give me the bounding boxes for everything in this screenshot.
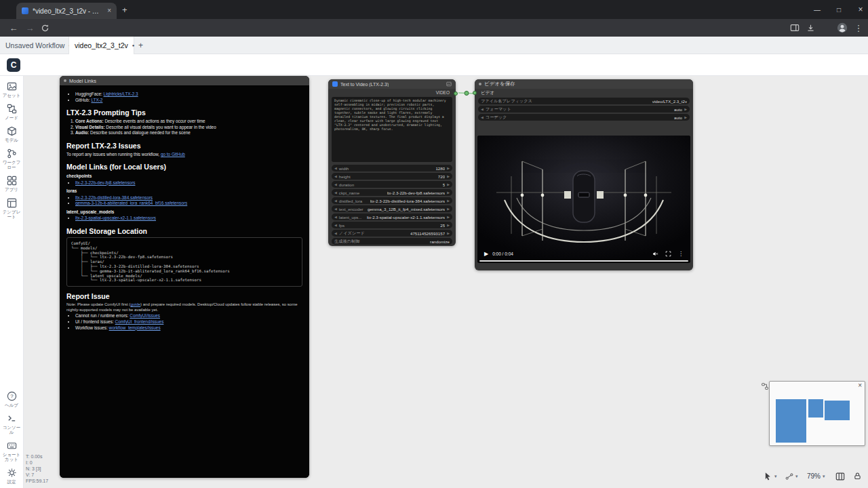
codec-widget[interactable]: ◀コーデックauto▶ — [478, 114, 690, 121]
prompt-textarea[interactable]: Dynamic cinematic close-up of high-tech … — [332, 97, 452, 162]
next-option-icon[interactable]: ▶ — [684, 116, 687, 119]
model-file-link[interactable]: gemma-3-12b-it-abliterated_lora_rank64_b… — [75, 201, 187, 205]
mute-icon[interactable] — [652, 251, 658, 257]
decrement-icon[interactable]: ◀ — [334, 175, 337, 178]
link-mode-button[interactable]: ▾ — [785, 472, 798, 481]
browser-menu-icon[interactable]: ⋮ — [853, 22, 864, 33]
prev-option-icon[interactable]: ◀ — [481, 116, 484, 119]
pointer-tool-button[interactable]: ▾ — [764, 472, 777, 481]
sidebar-item-shortcuts[interactable]: ショートカット — [0, 441, 24, 462]
issues-link[interactable]: workflow_templates/issues — [109, 325, 161, 330]
fullscreen-icon[interactable] — [665, 251, 671, 257]
increment-icon[interactable]: ▶ — [447, 167, 450, 170]
player-menu-icon[interactable]: ⋮ — [678, 251, 684, 257]
reload-icon[interactable] — [39, 22, 50, 33]
workflow-tab-active[interactable]: video_ltx2_3_t2v ● — [69, 37, 134, 54]
issues-link[interactable]: ComfyUI_frontend/issues — [115, 319, 164, 324]
sidebar-item-apps[interactable]: アプリ — [0, 176, 24, 192]
profile-avatar[interactable] — [837, 22, 848, 33]
link-midpoint-dot[interactable] — [465, 92, 469, 96]
note-node[interactable]: Model Links HuggingFace: Lightricks/LTX-… — [60, 76, 309, 478]
prev-option-icon[interactable]: ◀ — [334, 191, 337, 195]
github-link[interactable]: LTX-2 — [91, 98, 102, 102]
noise-seed-widget[interactable]: ◀ノイズシード475114526593157▶ — [332, 230, 452, 237]
increment-icon[interactable]: ▶ — [447, 224, 450, 227]
sidebar-item-models[interactable]: モデル — [0, 126, 24, 142]
width-widget[interactable]: ◀width1280▶ — [332, 165, 452, 171]
guide-link[interactable]: guide — [130, 302, 140, 306]
sidebar-item-templates[interactable]: テンプレート — [0, 198, 24, 219]
minimap-flow-icon[interactable] — [762, 383, 768, 390]
lock-toggle-button[interactable] — [853, 472, 862, 481]
distilled-lora-widget[interactable]: ◀distilled_loraltx-2.3-22b-distilled-lor… — [332, 197, 452, 204]
zoom-control[interactable]: 79% ▾ — [807, 472, 825, 480]
fps-widget[interactable]: ◀fps25▶ — [332, 222, 452, 228]
prev-option-icon[interactable]: ◀ — [334, 199, 337, 203]
workflow-tab-unsaved[interactable]: Unsaved Workflow ● — [0, 37, 69, 54]
decrement-icon[interactable]: ◀ — [334, 224, 337, 227]
sidebar-item-help[interactable]: ? ヘルプ — [0, 391, 24, 407]
prev-option-icon[interactable]: ◀ — [334, 216, 337, 219]
browser-tab[interactable]: *video_ltx2_3_t2v - ComfyUI × — [16, 3, 117, 19]
go-to-github-link[interactable]: go to GitHub — [161, 152, 185, 157]
model-file-link[interactable]: ltx-2.3-spatial-upscaler-x2-1.1.safetens… — [75, 216, 156, 220]
tab-close-icon[interactable]: × — [107, 7, 111, 14]
node-header[interactable]: ビデオを保存 — [475, 79, 693, 89]
collapse-dot-icon[interactable] — [64, 79, 66, 82]
increment-icon[interactable]: ▶ — [447, 232, 450, 235]
prev-option-icon[interactable]: ◀ — [334, 207, 337, 211]
play-icon[interactable]: ▶ — [484, 251, 488, 257]
sidebar-item-console[interactable]: コンソール — [0, 413, 24, 434]
sidebar-item-nodes[interactable]: ノード — [0, 104, 24, 120]
window-close-button[interactable]: × — [850, 0, 868, 19]
model-file-link[interactable]: ltx-2.3-22b-distilled-lora-384.safetenso… — [75, 195, 153, 200]
downloads-icon[interactable] — [805, 22, 816, 33]
issues-link[interactable]: ComfyUI/issues — [130, 313, 160, 318]
text-encoder-widget[interactable]: ◀text_encodergemma_3_12B_it_fp4_mixed.sa… — [332, 205, 452, 212]
minimap-toggle-button[interactable] — [835, 472, 845, 481]
apps-icon — [7, 176, 17, 186]
next-option-icon[interactable]: ▶ — [447, 199, 450, 203]
increment-icon[interactable]: ▶ — [447, 183, 450, 186]
window-minimize-button[interactable]: — — [807, 0, 827, 19]
format-widget[interactable]: ◀フォーマットauto▶ — [478, 106, 690, 113]
save-video-node[interactable]: ビデオを保存 ビデオ ファイル名プレフィックスvideo/LTX_2.3_t2v… — [475, 79, 693, 270]
ckpt-name-widget[interactable]: ◀ckpt_nameltx-2.3-22b-dev-fp8.safetensor… — [332, 189, 452, 196]
video-input-slot[interactable] — [473, 91, 477, 95]
forward-icon[interactable]: → — [24, 22, 35, 33]
minimap-close-icon[interactable]: × — [858, 382, 862, 389]
minimap[interactable]: × — [769, 381, 865, 446]
note-node-header[interactable]: Model Links — [60, 76, 309, 85]
next-option-icon[interactable]: ▶ — [447, 191, 450, 195]
back-icon[interactable]: ← — [8, 22, 19, 33]
next-option-icon[interactable]: ▶ — [684, 108, 687, 111]
increment-icon[interactable]: ▶ — [447, 175, 450, 178]
sidebar-item-workflows[interactable]: ワークフロー — [0, 148, 24, 169]
huggingface-link[interactable]: Lightricks/LTX-2.3 — [104, 92, 138, 96]
decrement-icon[interactable]: ◀ — [334, 183, 337, 186]
player-progress-bar[interactable] — [479, 260, 688, 262]
window-maximize-button[interactable]: □ — [829, 0, 849, 19]
duration-widget[interactable]: ◀duration5▶ — [332, 181, 452, 188]
decrement-icon[interactable]: ◀ — [334, 167, 337, 170]
next-option-icon[interactable]: ▶ — [447, 207, 450, 211]
filename-prefix-widget[interactable]: ファイル名プレフィックスvideo/LTX_2.3_t2v — [478, 98, 690, 104]
text-to-video-node[interactable]: Text to Video (LTX-2.3) VIDEO Dynamic ci… — [328, 79, 456, 246]
preview-icon[interactable] — [446, 81, 452, 87]
next-option-icon[interactable]: ▶ — [447, 216, 450, 219]
collapse-dot-icon[interactable] — [479, 83, 481, 85]
side-panel-icon[interactable] — [789, 22, 800, 33]
video-preview-player[interactable]: ▶ 0:00 / 0:04 ⋮ — [477, 136, 690, 263]
sidebar-item-assets[interactable]: アセット — [0, 81, 24, 98]
comfyui-logo[interactable]: C — [7, 58, 20, 72]
sidebar-item-settings[interactable]: 設定 — [0, 468, 24, 484]
latent-upscaler-widget[interactable]: ◀latent_ups...ltx-2.3-spatial-upscaler-x… — [332, 214, 452, 220]
node-header[interactable]: Text to Video (LTX-2.3) — [328, 79, 456, 89]
decrement-icon[interactable]: ◀ — [334, 232, 337, 235]
control-after-generate-widget[interactable]: 生成後の制御randomize — [332, 238, 452, 245]
model-file-link[interactable]: ltx-2.3-22b-dev-fp8.safetensors — [75, 180, 135, 185]
new-workflow-button[interactable]: + — [138, 41, 143, 50]
prev-option-icon[interactable]: ◀ — [481, 108, 484, 111]
height-widget[interactable]: ◀height720▶ — [332, 173, 452, 180]
new-tab-button[interactable]: + — [122, 5, 127, 15]
